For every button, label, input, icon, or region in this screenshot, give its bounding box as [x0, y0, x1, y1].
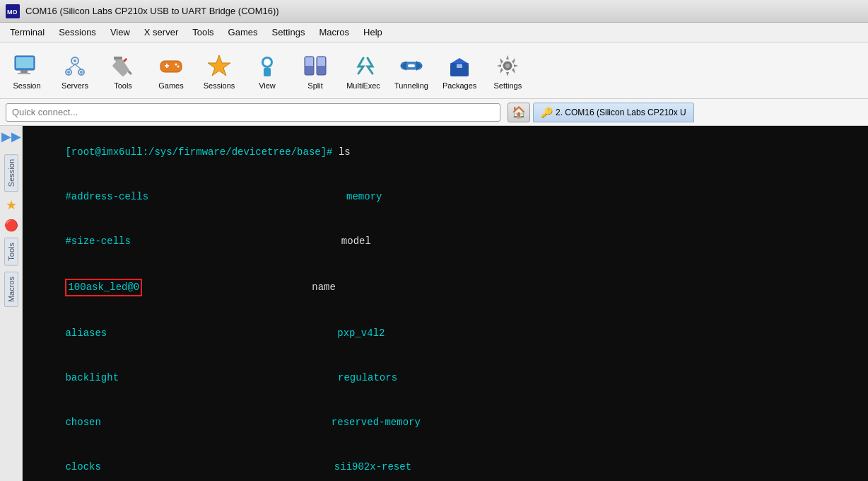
packages-button-label: Packages — [442, 81, 476, 90]
svg-rect-21 — [166, 64, 168, 68]
sessions-icon — [205, 52, 233, 80]
svg-point-13 — [80, 71, 83, 74]
svg-marker-37 — [450, 58, 469, 64]
svg-point-12 — [67, 71, 70, 74]
terminal-line-6: chosenreserved-memory — [30, 400, 861, 445]
settings-button-label: Settings — [493, 81, 522, 90]
highlighted-item: 100ask_led@0 — [65, 279, 142, 296]
svg-rect-38 — [457, 64, 462, 68]
terminal-line-2: #size-cellsmodel — [30, 219, 861, 264]
session-icon — [13, 52, 41, 80]
terminal-line-1: #address-cellsmemory — [30, 175, 861, 219]
menu-macros[interactable]: Macros — [312, 25, 356, 40]
toolbar-multiexec-button[interactable]: MultiExec — [341, 49, 386, 93]
sessions-button-label: Sessions — [204, 81, 235, 90]
svg-line-10 — [75, 64, 81, 69]
toolbar-servers-button[interactable]: Servers — [52, 49, 98, 93]
terminal-line-5: backlightregulators — [30, 356, 861, 400]
menu-help[interactable]: Help — [356, 25, 389, 40]
svg-rect-31 — [317, 57, 325, 66]
toolbar-split-button[interactable]: Split — [293, 49, 338, 93]
sidebar-macros-label[interactable]: Macros — [4, 272, 18, 307]
sidebar-slash-icon: 🔴 — [4, 219, 18, 232]
svg-point-42 — [505, 64, 510, 68]
svg-text:MO: MO — [7, 8, 18, 16]
menu-sessions[interactable]: Sessions — [52, 25, 103, 40]
menu-games[interactable]: Games — [221, 25, 265, 40]
tab-icon: 🔑 — [541, 107, 553, 118]
servers-button-label: Servers — [61, 81, 88, 90]
svg-rect-4 — [20, 70, 28, 73]
session-tab[interactable]: 🔑 2. COM16 (Silicon Labs CP210x U — [533, 103, 694, 122]
toolbar-settings-button[interactable]: Settings — [485, 49, 530, 93]
session-button-label: Session — [13, 81, 40, 90]
svg-point-26 — [264, 59, 271, 66]
app-icon: MO — [6, 4, 20, 18]
tab-bar: 🏠 🔑 2. COM16 (Silicon Labs CP210x U — [508, 103, 694, 122]
svg-rect-27 — [264, 68, 271, 76]
window-title: COM16 (Silicon Labs CP210x USB to UART B… — [25, 6, 279, 16]
svg-rect-5 — [18, 73, 30, 74]
main-area: ▶▶ Session ★ 🔴 Tools Macros [root@imx6ul… — [0, 126, 868, 481]
terminal-line-4: aliasespxp_v4l2 — [30, 311, 861, 356]
tools-icon — [109, 52, 137, 80]
home-button[interactable]: 🏠 — [508, 103, 530, 122]
toolbar: Session Servers — [0, 42, 868, 99]
menu-settings[interactable]: Settings — [265, 25, 312, 40]
menu-bar: Terminal Sessions View X server Tools Ga… — [0, 23, 868, 42]
svg-rect-3 — [16, 57, 33, 68]
games-button-label: Games — [158, 81, 183, 90]
view-icon — [253, 52, 281, 80]
left-sidebar: ▶▶ Session ★ 🔴 Tools Macros — [0, 126, 23, 481]
servers-icon — [61, 52, 89, 80]
toolbar-session-button[interactable]: Session — [4, 49, 49, 93]
svg-point-11 — [74, 59, 76, 62]
menu-view[interactable]: View — [103, 25, 137, 40]
terminal-line-3: 100ask_led@0name — [30, 264, 861, 311]
quick-connect-bar: 🏠 🔑 2. COM16 (Silicon Labs CP210x U — [0, 99, 868, 126]
sidebar-session-label[interactable]: Session — [4, 154, 18, 192]
terminal-line-7: clockssii902x-reset — [30, 445, 861, 481]
toolbar-packages-button[interactable]: Packages — [437, 49, 482, 93]
toolbar-view-button[interactable]: View — [245, 49, 290, 93]
tunneling-icon — [397, 52, 426, 80]
multiexec-icon — [349, 52, 377, 80]
svg-rect-16 — [114, 57, 122, 59]
view-button-label: View — [259, 81, 276, 90]
svg-marker-24 — [208, 55, 230, 76]
tunneling-button-label: Tunneling — [394, 81, 428, 90]
svg-line-9 — [69, 64, 75, 69]
toolbar-tunneling-button[interactable]: Tunneling — [389, 49, 434, 93]
split-icon — [301, 52, 329, 80]
sidebar-tools-label[interactable]: Tools — [4, 238, 18, 266]
menu-tools[interactable]: Tools — [185, 25, 221, 40]
menu-terminal[interactable]: Terminal — [3, 25, 52, 40]
sidebar-arrow[interactable]: ▶▶ — [1, 129, 21, 144]
quick-connect-input[interactable] — [6, 103, 500, 122]
tools-button-label: Tools — [114, 81, 132, 90]
title-bar: MO COM16 (Silicon Labs CP210x USB to UAR… — [0, 0, 868, 23]
sidebar-star-icon[interactable]: ★ — [6, 197, 17, 213]
svg-rect-30 — [305, 57, 313, 66]
terminal[interactable]: [root@imx6ull:/sys/firmware/devicetree/b… — [23, 126, 868, 481]
session-tab-label: 2. COM16 (Silicon Labs CP210x U — [556, 108, 686, 117]
settings-icon — [493, 52, 522, 80]
games-icon — [157, 52, 185, 80]
toolbar-games-button[interactable]: Games — [148, 49, 194, 93]
terminal-line-0: [root@imx6ull:/sys/firmware/devicetree/b… — [30, 130, 861, 175]
multiexec-button-label: MultiExec — [346, 81, 380, 90]
packages-icon — [445, 52, 474, 80]
menu-xserver[interactable]: X server — [137, 25, 185, 40]
svg-point-23 — [177, 65, 180, 67]
toolbar-tools-button[interactable]: Tools — [100, 49, 146, 93]
split-button-label: Split — [307, 81, 322, 90]
svg-rect-35 — [408, 64, 415, 67]
toolbar-sessions-button[interactable]: Sessions — [197, 49, 242, 93]
svg-point-22 — [175, 63, 177, 65]
